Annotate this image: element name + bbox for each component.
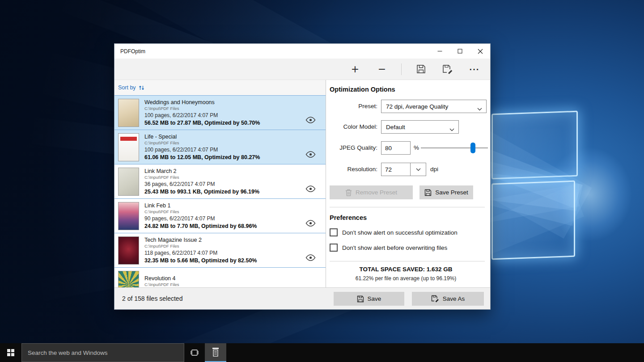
resolution-label: Resolution: (326, 163, 377, 176)
file-path: C:\Input\PDF Files (144, 140, 260, 145)
save-as-toolbar-button[interactable] (437, 61, 458, 78)
taskbar-search-input[interactable]: Search the web and Windows (21, 343, 184, 362)
save-button[interactable]: Save (334, 292, 404, 306)
save-as-label: Save As (443, 295, 465, 302)
preview-eye-icon[interactable] (305, 185, 316, 194)
file-title: Revolution 4 (144, 275, 190, 282)
save-preset-label: Save Preset (435, 189, 468, 196)
file-thumbnail (118, 236, 139, 265)
chevron-down-icon (449, 126, 454, 133)
file-meta: 118 pages, 6/22/2017 4:07 PM (144, 250, 257, 256)
search-placeholder: Search the web and Windows (28, 349, 108, 356)
save-toolbar-button[interactable] (411, 61, 431, 78)
color-model-dropdown[interactable]: Default (381, 120, 459, 134)
preview-eye-icon[interactable] (305, 117, 316, 125)
file-result: 32.35 MB to 5.66 MB, Optimized by 82.50% (144, 257, 257, 264)
preview-eye-icon[interactable] (305, 254, 316, 263)
file-meta: 100 pages, 6/22/2017 4:07 PM (144, 112, 260, 118)
pdfoptim-app-icon (211, 347, 220, 357)
checkbox-unchecked[interactable] (330, 228, 338, 236)
average-savings: 61.22% per file on average (up to 96.19%… (330, 275, 482, 282)
file-path: C:\Input\PDF Files (144, 244, 257, 248)
file-path: C:\Input\PDF Files (144, 282, 190, 287)
file-list-item[interactable]: Link Feb 1 C:\Input\PDF Files 90 pages, … (114, 199, 326, 233)
maximize-button[interactable] (450, 44, 470, 59)
sort-by-label: Sort by (118, 84, 136, 91)
remove-preset-button[interactable]: Remove Preset (330, 185, 413, 199)
close-icon (478, 49, 483, 54)
pref-label: Don't show alert on successful optimizat… (342, 229, 458, 236)
file-info: Tech Magazine Issue 2 C:\Input\PDF Files… (144, 237, 257, 264)
file-list: Weddings and Honeymoons C:\Input\PDF Fil… (114, 96, 326, 287)
file-thumbnail (118, 99, 139, 127)
save-icon (357, 295, 364, 303)
task-view-icon (190, 349, 199, 356)
resolution-dropdown-button[interactable] (410, 163, 426, 176)
toolbar-separator (401, 63, 402, 75)
add-icon: + (352, 63, 359, 76)
save-as-icon (442, 64, 453, 74)
file-meta: 36 pages, 6/22/2017 4:07 PM (144, 181, 259, 187)
file-path: C:\Input\PDF Files (144, 209, 257, 214)
pdfoptim-window: PDFOptim + − (114, 43, 491, 310)
save-icon (424, 189, 432, 196)
ellipsis-icon: ··· (470, 65, 480, 74)
sort-arrows-icon (139, 85, 144, 91)
add-files-button[interactable]: + (345, 61, 365, 78)
title-bar[interactable]: PDFOptim (114, 44, 490, 59)
file-list-item[interactable]: Life - Special C:\Input\PDF Files 100 pa… (114, 130, 326, 164)
start-button[interactable] (0, 343, 21, 362)
more-options-button[interactable]: ··· (464, 61, 485, 78)
remove-preset-label: Remove Preset (356, 189, 397, 196)
minimize-icon (437, 49, 442, 54)
taskbar-pdfoptim-button[interactable] (205, 343, 226, 362)
close-button[interactable] (470, 44, 490, 59)
windows-logo-pane (491, 111, 578, 180)
file-title: Tech Magazine Issue 2 (144, 237, 257, 243)
taskbar: Search the web and Windows (0, 343, 644, 362)
file-list-item[interactable]: Weddings and Honeymoons C:\Input\PDF Fil… (114, 96, 326, 130)
preview-eye-icon[interactable] (305, 220, 316, 228)
file-list-item[interactable]: Revolution 4 C:\Input\PDF Files 6/22/201… (114, 268, 326, 287)
file-thumbnail (118, 168, 139, 196)
file-path: C:\Input\PDF Files (144, 106, 260, 111)
separator (330, 261, 485, 261)
preset-value: 72 dpi, Average Quality (386, 103, 448, 110)
minimize-button[interactable] (430, 44, 450, 59)
jpeg-quality-slider[interactable] (421, 147, 488, 148)
file-list-item[interactable]: Link March 2 C:\Input\PDF Files 36 pages… (114, 164, 326, 199)
file-title: Link March 2 (144, 168, 259, 174)
optimization-options-panel: Optimization Options Preset: 72 dpi, Ave… (326, 80, 490, 287)
file-info: Weddings and Honeymoons C:\Input\PDF Fil… (144, 99, 260, 126)
file-info: Revolution 4 C:\Input\PDF Files 6/22/201… (144, 275, 190, 288)
file-meta: 100 pages, 6/22/2017 4:07 PM (144, 147, 260, 153)
pref-overwrite-alert-option[interactable]: Don't show alert before overwriting file… (330, 244, 447, 252)
chevron-down-icon (477, 105, 482, 112)
maximize-icon (458, 49, 462, 54)
save-as-button[interactable]: Save As (412, 292, 484, 306)
slider-thumb[interactable] (470, 143, 475, 153)
window-content: Sort by Weddings and Honeymoons C:\Input… (114, 80, 490, 287)
file-info: Link Feb 1 C:\Input\PDF Files 90 pages, … (144, 202, 257, 229)
toolbar: + − ··· (114, 59, 490, 80)
resolution-input[interactable] (381, 163, 411, 176)
sort-by-control[interactable]: Sort by (114, 80, 326, 96)
total-space-saved: TOTAL SPACE SAVED: 1.632 GB (330, 266, 482, 273)
jpeg-quality-input[interactable] (381, 141, 411, 155)
save-preset-button[interactable]: Save Preset (419, 185, 473, 199)
pref-label: Don't show alert before overwriting file… (342, 244, 447, 251)
checkbox-unchecked[interactable] (330, 244, 338, 252)
task-view-button[interactable] (184, 343, 205, 362)
file-thumbnail (118, 133, 139, 161)
file-title: Link Feb 1 (144, 202, 257, 209)
file-info: Link March 2 C:\Input\PDF Files 36 pages… (144, 168, 259, 195)
preview-eye-icon[interactable] (305, 151, 316, 160)
dpi-unit-label: dpi (430, 163, 438, 176)
remove-files-button[interactable]: − (372, 61, 392, 78)
pref-success-alert-option[interactable]: Don't show alert on successful optimizat… (330, 228, 458, 236)
selection-count: 2 of 158 files selected (122, 295, 182, 302)
color-model-value: Default (386, 124, 405, 130)
preset-dropdown[interactable]: 72 dpi, Average Quality (381, 100, 487, 113)
save-as-icon (431, 295, 439, 303)
file-list-item[interactable]: Tech Magazine Issue 2 C:\Input\PDF Files… (114, 233, 326, 268)
